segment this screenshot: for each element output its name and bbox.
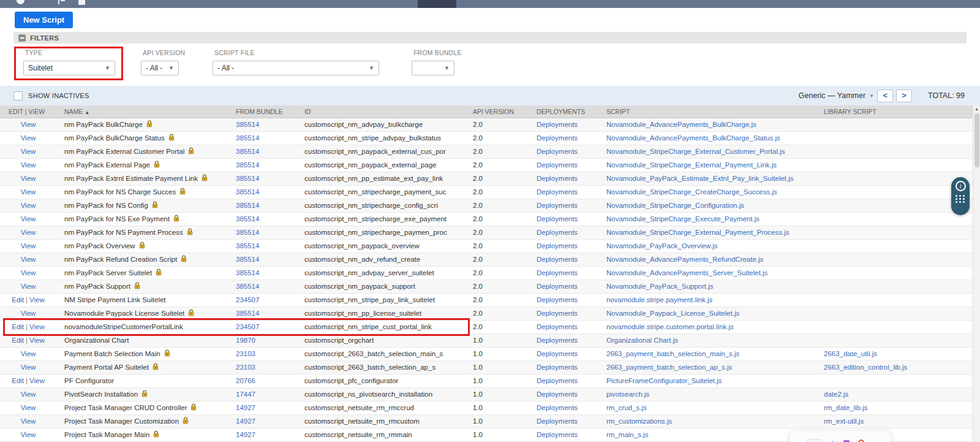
info-icon[interactable]: i bbox=[956, 181, 966, 191]
edit-link[interactable]: Edit bbox=[12, 323, 24, 330]
bundle-link[interactable]: 385514 bbox=[236, 256, 259, 263]
script-file-link[interactable]: Novamodule_PayPack_Support.js bbox=[606, 283, 714, 290]
deployments-link[interactable]: Deployments bbox=[537, 121, 578, 128]
filter-api-version-select[interactable]: - All - ▼ bbox=[141, 61, 179, 75]
library-script-link[interactable]: rm_date_lib.js bbox=[824, 404, 868, 411]
view-link[interactable]: View bbox=[21, 431, 36, 438]
deployments-link[interactable]: Deployments bbox=[537, 134, 578, 142]
view-link[interactable]: View bbox=[21, 350, 36, 357]
view-link[interactable]: View bbox=[21, 310, 36, 317]
view-link[interactable]: View bbox=[21, 256, 36, 263]
bundle-link[interactable]: 234507 bbox=[236, 296, 259, 303]
deployments-link[interactable]: Deployments bbox=[537, 350, 578, 357]
view-link[interactable]: View bbox=[21, 404, 36, 411]
bundle-link[interactable]: 14927 bbox=[236, 431, 255, 438]
bundle-link[interactable]: 20766 bbox=[236, 377, 255, 384]
library-script-link[interactable]: rm_ext-util.js bbox=[824, 417, 864, 425]
script-file-link[interactable]: Novamodule_AdvancePayments_RefundCreate.… bbox=[606, 256, 763, 263]
bundle-link[interactable]: 23103 bbox=[236, 350, 255, 357]
edit-link[interactable]: Edit bbox=[12, 296, 24, 303]
view-link[interactable]: View bbox=[21, 283, 36, 290]
bundle-link[interactable]: 385514 bbox=[236, 161, 259, 169]
library-script-link[interactable]: 2663_edition_control_lib.js bbox=[824, 364, 907, 371]
document-icon[interactable] bbox=[78, 0, 85, 5]
deployments-link[interactable]: Deployments bbox=[537, 175, 578, 182]
bundle-link[interactable]: 385514 bbox=[236, 188, 259, 196]
script-file-link[interactable]: Novamodule_StripeCharge_External_Payment… bbox=[606, 161, 777, 169]
view-link[interactable]: View bbox=[29, 323, 45, 330]
view-link[interactable]: View bbox=[21, 417, 36, 425]
deployments-link[interactable]: Deployments bbox=[537, 337, 578, 344]
script-file-link[interactable]: Novamodule_AdvancePayments_BulkCharge_St… bbox=[606, 134, 780, 142]
bundle-link[interactable]: 23103 bbox=[236, 364, 255, 371]
view-link[interactable]: View bbox=[21, 391, 36, 398]
view-link[interactable]: View bbox=[21, 269, 36, 276]
deployments-link[interactable]: Deployments bbox=[537, 229, 578, 236]
dialer-grid-icon[interactable] bbox=[956, 195, 965, 203]
view-link[interactable]: View bbox=[21, 175, 36, 182]
deployments-link[interactable]: Deployments bbox=[537, 161, 578, 169]
view-link[interactable]: View bbox=[21, 229, 36, 236]
deployments-link[interactable]: Deployments bbox=[537, 377, 578, 384]
deployments-link[interactable]: Deployments bbox=[537, 310, 578, 317]
bundle-link[interactable]: 385514 bbox=[236, 202, 259, 209]
flag-icon[interactable] bbox=[58, 0, 63, 4]
library-script-link[interactable]: 2663_date_util.js bbox=[824, 350, 877, 357]
next-page-button[interactable]: > bbox=[896, 90, 912, 102]
script-file-link[interactable]: rm_customizations.js bbox=[606, 417, 672, 425]
floating-help-widget[interactable]: i bbox=[951, 177, 970, 215]
deployments-link[interactable]: Deployments bbox=[537, 283, 578, 290]
previous-page-button[interactable]: < bbox=[877, 90, 893, 102]
script-file-link[interactable]: Organizational Chart.js bbox=[606, 337, 678, 344]
view-link[interactable]: View bbox=[21, 148, 36, 155]
active-nav-tab[interactable] bbox=[418, 0, 456, 8]
view-selector-dropdown[interactable]: Generic — Yammer ▼ bbox=[799, 91, 874, 100]
new-script-button[interactable]: New Script bbox=[15, 12, 73, 28]
script-file-link[interactable]: Novamodule_PayPack_Estimate_Extnl_Pay_li… bbox=[606, 175, 794, 182]
filter-from-bundle-select[interactable]: ▼ bbox=[412, 61, 454, 75]
script-file-link[interactable]: PictureFrameConfigurator_Suitelet.js bbox=[606, 377, 722, 384]
bundle-link[interactable]: 385514 bbox=[236, 283, 259, 290]
deployments-link[interactable]: Deployments bbox=[537, 269, 578, 276]
filters-section-header[interactable]: FILTERS bbox=[13, 32, 967, 44]
view-link[interactable]: View bbox=[21, 242, 36, 250]
bundle-link[interactable]: 385514 bbox=[236, 242, 259, 250]
deployments-link[interactable]: Deployments bbox=[537, 431, 578, 438]
popup-key-icon[interactable] bbox=[807, 439, 823, 442]
deployments-link[interactable]: Deployments bbox=[537, 215, 578, 223]
deployments-link[interactable]: Deployments bbox=[537, 323, 578, 330]
script-file-link[interactable]: 2663_payment_batch_selection_ap_s.js bbox=[606, 364, 732, 371]
scrollbar-thumb[interactable] bbox=[974, 113, 979, 167]
view-link[interactable]: View bbox=[21, 188, 36, 196]
bundle-link[interactable]: 385514 bbox=[236, 121, 259, 128]
column-library-script[interactable]: LIBRARY SCRIPT bbox=[816, 105, 973, 118]
edit-link[interactable]: Edit bbox=[12, 377, 24, 384]
script-file-link[interactable]: 2663_payment_batch_selection_main_s.js bbox=[606, 350, 739, 357]
bundle-link[interactable]: 385514 bbox=[236, 310, 259, 317]
bundle-link[interactable]: 385514 bbox=[236, 134, 259, 142]
plus-icon[interactable]: + bbox=[830, 439, 835, 442]
script-file-link[interactable]: Novamodule_Paypack_License_Suitelet.js bbox=[606, 310, 739, 317]
bundle-link[interactable]: 385514 bbox=[236, 215, 259, 223]
script-file-link[interactable]: Novamodule_StripeCharge_External_Custome… bbox=[606, 148, 785, 155]
deployments-link[interactable]: Deployments bbox=[537, 296, 578, 303]
script-file-link[interactable]: rm_main_s.js bbox=[606, 431, 648, 438]
scroll-up-arrow-icon[interactable]: ▲ bbox=[973, 105, 980, 113]
script-file-link[interactable]: Novamodule_StripeCharge_External_Payment… bbox=[606, 229, 790, 236]
script-file-link[interactable]: pivotsearch.js bbox=[606, 391, 649, 398]
column-api-version[interactable]: API VERSION bbox=[465, 105, 529, 118]
script-file-link[interactable]: novamodule.stripe.payment.link.js bbox=[606, 296, 712, 303]
script-file-link[interactable]: Novamodule_AdvancePayments_Server_Suitel… bbox=[606, 269, 767, 276]
filter-type-select[interactable]: Suitelet ▼ bbox=[23, 61, 115, 75]
column-name[interactable]: NAME▲ bbox=[56, 105, 228, 118]
bundle-link[interactable]: 19870 bbox=[236, 337, 255, 344]
view-link[interactable]: View bbox=[29, 337, 45, 344]
deployments-link[interactable]: Deployments bbox=[537, 391, 578, 398]
bundle-link[interactable]: 234507 bbox=[236, 323, 259, 330]
deployments-link[interactable]: Deployments bbox=[537, 188, 578, 196]
deployments-link[interactable]: Deployments bbox=[537, 148, 578, 155]
bundle-link[interactable]: 385514 bbox=[236, 269, 259, 276]
deployments-link[interactable]: Deployments bbox=[537, 364, 578, 371]
bottom-right-popup[interactable]: + bbox=[789, 430, 892, 442]
script-file-link[interactable]: Novamodule_AdvancePayments_BulkCharge.js bbox=[606, 121, 756, 128]
